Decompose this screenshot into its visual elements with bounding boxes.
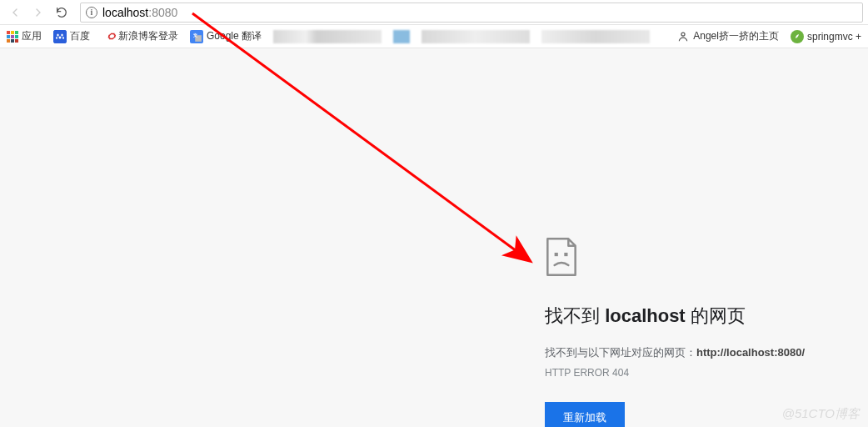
svg-text:文: 文 [192,33,197,38]
svg-rect-10 [555,253,558,256]
bookmark-label: Angel挤一挤的主页 [693,29,779,43]
page-content: 找不到 localhost 的网页 找不到与以下网址对应的网页：http://l… [0,48,868,427]
apps-icon [7,31,18,43]
person-icon [676,30,690,43]
svg-point-1 [61,33,62,36]
watermark: @51CTO博客 [782,406,860,422]
error-heading: 找不到 localhost 的网页 [545,304,861,329]
google-translate-icon: 文 [190,30,203,43]
bookmark-sina[interactable]: ဝ 新浪博客登录 [102,29,178,43]
svg-point-4 [62,37,64,39]
bookmark-label: 百度 [70,29,90,43]
address-bar[interactable]: i localhost:8080 [80,3,863,23]
url-text: localhost:8080 [102,6,177,19]
error-block: 找不到 localhost 的网页 找不到与以下网址对应的网页：http://l… [545,237,861,427]
site-info-icon[interactable]: i [86,7,97,18]
bookmark-blurred[interactable] [273,30,382,43]
blurred-icon [393,30,410,43]
svg-point-2 [59,36,62,38]
frown-page-icon [545,237,578,277]
blurred-icon [541,30,650,43]
bookmark-blurred[interactable] [422,30,530,43]
bookmark-springmvc[interactable]: springmvc + [791,30,861,43]
bookmark-angel[interactable]: Angel挤一挤的主页 [676,29,779,43]
spring-icon [791,30,804,43]
svg-point-8 [681,33,685,36]
error-description: 找不到与以下网址对应的网页：http://localhost:8080/ [545,345,861,360]
bookmark-google-translate[interactable]: 文 Google 翻译 [190,29,262,43]
url-port: :8080 [148,6,177,19]
url-host: localhost [102,6,148,19]
bookmark-blurred[interactable] [541,30,650,43]
back-button[interactable] [5,3,25,23]
blurred-icon [273,30,382,43]
sina-icon: ဝ [102,30,115,43]
svg-point-3 [56,37,57,39]
forward-button[interactable] [28,3,48,23]
svg-point-0 [57,33,58,36]
reload-button[interactable] [52,3,72,23]
bookmark-label: 新浪博客登录 [118,29,178,43]
bookmark-label: springmvc + [807,31,861,43]
bookmark-blurred[interactable] [393,30,410,43]
bookmark-label: Google 翻译 [207,29,262,43]
browser-toolbar: i localhost:8080 [0,0,868,25]
apps-button[interactable]: 应用 [7,29,42,43]
svg-rect-11 [564,253,567,256]
error-code: HTTP ERROR 404 [545,367,861,379]
bookmark-baidu[interactable]: 百度 [53,29,90,43]
reload-page-button[interactable]: 重新加载 [545,402,625,427]
bookmarks-bar: 应用 百度 ဝ 新浪博客登录 文 Google 翻译 Angel挤一挤的主页 s… [0,25,868,48]
baidu-icon [53,30,67,43]
blurred-icon [422,30,530,43]
apps-label: 应用 [22,29,42,43]
